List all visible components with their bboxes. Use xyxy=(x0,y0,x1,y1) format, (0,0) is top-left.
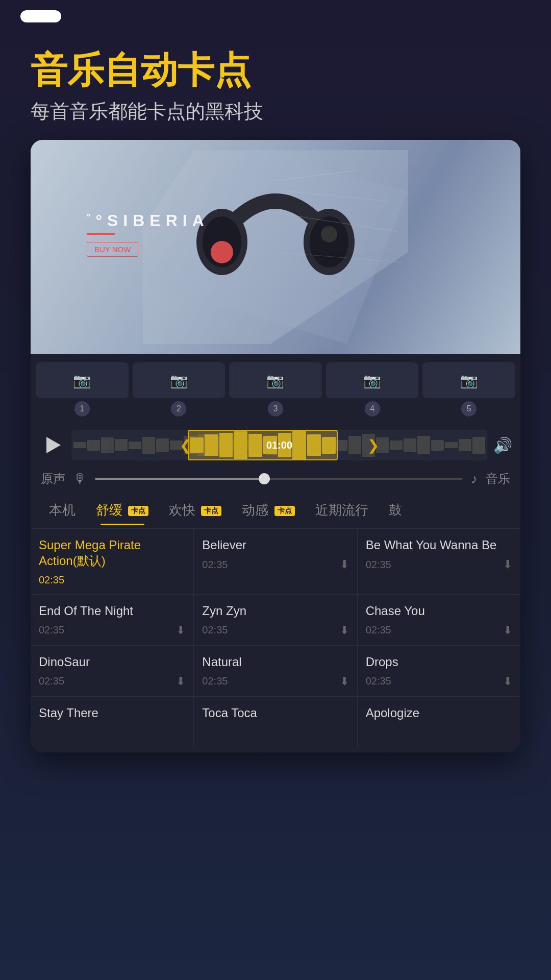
tab-local[interactable]: 本机 xyxy=(39,495,86,525)
svg-point-8 xyxy=(321,226,337,242)
download-icon[interactable]: ⬇ xyxy=(340,675,349,688)
volume-fill xyxy=(95,478,264,480)
play-icon xyxy=(46,437,61,453)
song-meta: 02:35 ⬇ xyxy=(202,675,348,688)
song-meta: 02:35 ⬇ xyxy=(366,558,512,571)
song-meta: 02:35 ⬇ xyxy=(366,675,512,688)
player-time: 01:00 xyxy=(266,439,292,451)
download-icon[interactable]: ⬇ xyxy=(340,558,349,571)
music-cell-4-2[interactable]: Toca Toca xyxy=(194,696,357,747)
song-meta: 02:35 ⬇ xyxy=(366,624,512,637)
thumb-num-1: 1 xyxy=(74,401,90,416)
music-note-icon: ♪ xyxy=(471,471,478,487)
header-section: 音乐自动卡点 每首音乐都能卡点的黑科技 xyxy=(0,30,551,140)
thumbnail-2[interactable]: 📷 2 xyxy=(133,362,226,416)
song-meta: 02:35 ⬇ xyxy=(39,675,185,688)
tab-drums[interactable]: 鼓 xyxy=(379,495,412,525)
song-meta: 02:35 xyxy=(39,574,185,586)
music-row-2: End Of The Night 02:35 ⬇ Zyn Zyn 02:35 ⬇… xyxy=(31,594,520,645)
thumbnail-1[interactable]: 📷 1 xyxy=(36,362,129,416)
volume-thumb[interactable] xyxy=(259,473,270,484)
sub-title: 每首音乐都能卡点的黑科技 xyxy=(31,99,520,125)
waveform-right-handle[interactable]: ❯ xyxy=(367,437,379,454)
song-meta: 02:35 ⬇ xyxy=(202,624,348,637)
camera-icon-5: 📷 xyxy=(460,372,478,389)
hero-image: °°SIBERIA BUY NOW xyxy=(31,140,520,354)
download-icon[interactable]: ⬇ xyxy=(503,558,512,571)
song-title: End Of The Night xyxy=(39,603,185,619)
music-cell-2-2[interactable]: Zyn Zyn 02:35 ⬇ xyxy=(194,594,357,645)
thumb-num-4: 4 xyxy=(365,401,380,416)
player-row: 01:00 ❮ ❯ 🔊 xyxy=(31,425,520,465)
music-label: 音乐 xyxy=(486,471,510,487)
tab-badge-energetic: 卡点 xyxy=(274,506,295,516)
music-row-3: DinoSaur 02:35 ⬇ Natural 02:35 ⬇ Drops 0… xyxy=(31,645,520,696)
tab-active-indicator xyxy=(101,524,144,525)
mic-icon: 🎙 xyxy=(73,471,87,487)
music-cell-3-1[interactable]: DinoSaur 02:35 ⬇ xyxy=(31,645,194,696)
music-cell-4-1[interactable]: Stay There xyxy=(31,696,194,747)
svg-point-5 xyxy=(211,241,233,263)
thumbnail-3[interactable]: 📷 3 xyxy=(229,362,322,416)
download-icon[interactable]: ⬇ xyxy=(503,624,512,637)
music-cell-1-2[interactable]: Believer 02:35 ⬇ xyxy=(194,528,357,594)
main-title: 音乐自动卡点 xyxy=(31,50,520,90)
download-icon[interactable]: ⬇ xyxy=(340,624,349,637)
download-icon[interactable]: ⬇ xyxy=(503,675,512,688)
music-cell-1-3[interactable]: Be What You Wanna Be 02:35 ⬇ xyxy=(358,528,520,594)
status-pill xyxy=(20,10,61,22)
headphone-image xyxy=(143,150,408,344)
volume-icon[interactable]: 🔊 xyxy=(493,436,512,454)
play-button[interactable] xyxy=(39,432,65,458)
tab-happy[interactable]: 欢快 卡点 xyxy=(159,495,232,525)
waveform-highlight-bars xyxy=(188,430,337,460)
music-row-4: Stay There Toca Toca Apologize xyxy=(31,696,520,747)
thumbnail-5[interactable]: 📷 5 xyxy=(422,362,515,416)
thumb-num-3: 3 xyxy=(268,401,283,416)
tab-soothe[interactable]: 舒缓 卡点 xyxy=(86,495,159,525)
status-bar xyxy=(0,0,551,30)
download-icon[interactable]: ⬇ xyxy=(176,624,185,637)
song-title: Stay There xyxy=(39,705,185,721)
original-label: 原声 xyxy=(41,471,65,487)
camera-icon-1: 📷 xyxy=(73,372,91,389)
song-meta: 02:35 ⬇ xyxy=(202,558,348,571)
volume-row: 原声 🎙 ♪ 音乐 xyxy=(31,465,520,492)
waveform-left-handle[interactable]: ❮ xyxy=(180,437,191,454)
music-cell-3-2[interactable]: Natural 02:35 ⬇ xyxy=(194,645,357,696)
thumb-num-5: 5 xyxy=(461,401,477,416)
volume-slider[interactable] xyxy=(95,478,463,480)
music-grid: Super Mega Pirate Action(默认) 02:35 Belie… xyxy=(31,528,520,752)
song-title: Super Mega Pirate Action(默认) xyxy=(39,537,185,569)
download-icon[interactable]: ⬇ xyxy=(176,675,185,688)
song-title: Chase You xyxy=(366,603,512,619)
song-title: Drops xyxy=(366,654,512,670)
thumb-num-2: 2 xyxy=(171,401,186,416)
music-cell-2-1[interactable]: End Of The Night 02:35 ⬇ xyxy=(31,594,194,645)
waveform[interactable]: 01:00 ❮ ❯ xyxy=(71,430,487,460)
music-cell-3-3[interactable]: Drops 02:35 ⬇ xyxy=(358,645,520,696)
buy-now-button[interactable]: BUY NOW xyxy=(87,242,138,257)
thumbnail-4[interactable]: 📷 4 xyxy=(326,362,419,416)
song-title: Believer xyxy=(202,537,348,553)
tabs-row: 本机 舒缓 卡点 欢快 卡点 动感 卡点 近期流行 鼓 xyxy=(31,492,520,528)
song-title: Natural xyxy=(202,654,348,670)
song-title: Apologize xyxy=(366,705,512,721)
camera-icon-4: 📷 xyxy=(363,372,381,389)
tab-trending[interactable]: 近期流行 xyxy=(305,495,379,525)
tab-badge-soothe: 卡点 xyxy=(128,506,148,516)
camera-icon-3: 📷 xyxy=(266,372,284,389)
camera-icon-2: 📷 xyxy=(170,372,188,389)
song-title: Zyn Zyn xyxy=(202,603,348,619)
tab-badge-happy: 卡点 xyxy=(201,506,221,516)
tab-energetic[interactable]: 动感 卡点 xyxy=(232,495,305,525)
music-row-1: Super Mega Pirate Action(默认) 02:35 Belie… xyxy=(31,528,520,594)
song-title: DinoSaur xyxy=(39,654,185,670)
music-cell-2-3[interactable]: Chase You 02:35 ⬇ xyxy=(358,594,520,645)
brand-logo: °°SIBERIA xyxy=(87,211,209,235)
music-cell-4-3[interactable]: Apologize xyxy=(358,696,520,747)
music-cell-1-1[interactable]: Super Mega Pirate Action(默认) 02:35 xyxy=(31,528,194,594)
thumbnails-row: 📷 1 📷 2 📷 3 📷 4 📷 5 xyxy=(31,354,520,425)
main-card: °°SIBERIA BUY NOW 📷 1 📷 2 📷 3 📷 4 📷 5 xyxy=(31,140,520,752)
song-meta: 02:35 ⬇ xyxy=(39,624,185,637)
